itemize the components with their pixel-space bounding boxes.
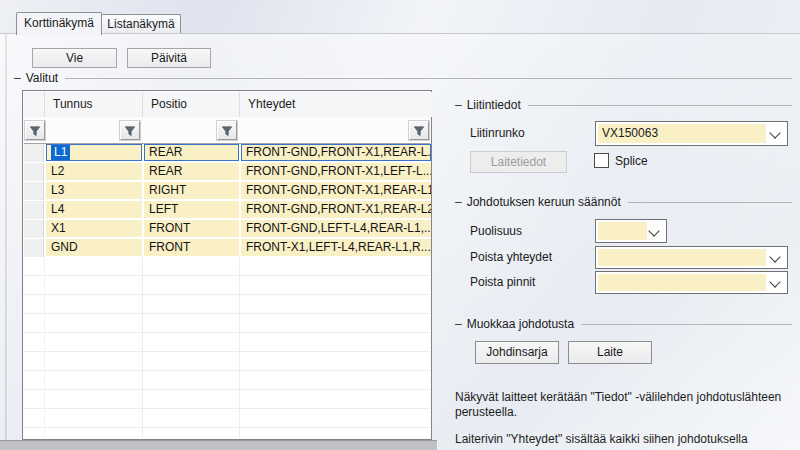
poista-pinnit-label: Poista pinnit: [470, 275, 535, 289]
cell-tunnus[interactable]: L3: [46, 182, 142, 199]
table-row[interactable]: L4 LEFT FRONT-GND,FRONT-X1,REAR-L2: [24, 201, 430, 220]
table-row[interactable]: GND FRONT FRONT-X1,LEFT-L4,REAR-L1,R...: [24, 239, 430, 258]
splice-checkbox[interactable]: [594, 153, 609, 168]
chevron-down-icon: [769, 251, 780, 262]
empty-grid-area: [24, 257, 430, 438]
liitinrunko-combobox[interactable]: VX150063: [595, 121, 788, 146]
filter-button-positio[interactable]: [217, 121, 237, 140]
laitetiedot-button[interactable]: Laitetiedot: [470, 151, 567, 173]
group-rule: [65, 78, 792, 79]
chevron-down-icon: [769, 276, 780, 287]
note-johdotuslahteet: Näkyvät laitteet kerätään "Tiedot" -väli…: [455, 390, 797, 420]
keruu-group-header: – Johdotuksen keruun säännöt: [455, 194, 792, 209]
table-row[interactable]: L1 REAR FRONT-GND,FRONT-X1,REAR-L...: [24, 144, 430, 163]
valitut-group-header: – Valitut: [14, 70, 792, 85]
puolisuus-value: [598, 222, 647, 240]
collapse-dash-icon: –: [455, 195, 462, 209]
group-rule: [581, 324, 792, 325]
table-header: Tunnus Positio Yhteydet: [24, 92, 430, 117]
puolisuus-combobox[interactable]: [595, 219, 667, 243]
horizontal-scrollbar-area[interactable]: [0, 440, 437, 450]
cell-positio[interactable]: FRONT: [144, 239, 239, 256]
funnel-icon: [124, 125, 136, 137]
group-rule: [528, 105, 792, 106]
poista-yhteydet-label: Poista yhteydet: [470, 250, 552, 264]
cell-positio[interactable]: REAR: [144, 163, 239, 180]
valitut-group-title: Valitut: [26, 71, 58, 85]
filter-row: [24, 117, 430, 144]
collapse-dash-icon: –: [14, 71, 21, 85]
note-yhteydet: Laiterivin "Yhteydet" sisältää kaikki si…: [455, 432, 800, 447]
collapse-dash-icon: –: [455, 98, 462, 112]
tab-listanakyma[interactable]: Listanäkymä: [101, 14, 181, 34]
cell-positio[interactable]: LEFT: [144, 201, 239, 218]
table-row[interactable]: L2 REAR FRONT-GND,FRONT-X1,LEFT-L...: [24, 163, 430, 182]
grid-line: [142, 257, 143, 438]
liitinrunko-value: VX150063: [598, 124, 766, 143]
funnel-icon: [413, 125, 425, 137]
collapse-dash-icon: –: [455, 317, 462, 331]
liitintiedot-group-header: – Liitintiedot: [455, 97, 792, 112]
cell-yhteydet[interactable]: FRONT-GND,FRONT-X1,REAR-L2: [241, 201, 431, 218]
filter-button-yhteydet[interactable]: [409, 121, 429, 140]
vie-button[interactable]: Vie: [32, 48, 117, 68]
table-row[interactable]: L3 RIGHT FRONT-GND,FRONT-X1,REAR-L1: [24, 182, 430, 201]
cell-tunnus[interactable]: GND: [46, 239, 142, 256]
chevron-down-icon: [648, 225, 659, 236]
filter-button-rowheader[interactable]: [25, 121, 45, 140]
muokkaa-group-title: Muokkaa johdotusta: [467, 317, 574, 331]
cell-tunnus[interactable]: L2: [46, 163, 142, 180]
grid-line: [239, 257, 240, 438]
cell-yhteydet[interactable]: FRONT-GND,FRONT-X1,LEFT-L...: [241, 163, 431, 180]
group-rule: [628, 202, 792, 203]
row-header-corner: [24, 92, 45, 117]
selected-cell-text: L1: [51, 145, 70, 160]
liitintiedot-group-title: Liitintiedot: [467, 98, 521, 112]
tab-label: Korttinäkymä: [24, 16, 94, 30]
poista-yhteydet-value: [598, 249, 766, 266]
johdinsarja-button[interactable]: Johdinsarja: [475, 341, 559, 364]
column-header-yhteydet[interactable]: Yhteydet: [240, 92, 432, 117]
poista-yhteydet-combobox[interactable]: [595, 246, 788, 269]
cell-positio[interactable]: FRONT: [144, 220, 239, 237]
puolisuus-label: Puolisuus: [470, 224, 522, 238]
row-selector[interactable]: [24, 220, 44, 238]
row-selector[interactable]: [24, 144, 44, 162]
funnel-icon: [221, 125, 233, 137]
cell-yhteydet[interactable]: FRONT-GND,FRONT-X1,REAR-L1: [241, 182, 431, 199]
app-window: Listanäkymä Korttinäkymä Vie Päivitä – V…: [0, 0, 800, 450]
liitinrunko-label: Liitinrunko: [470, 126, 525, 140]
cell-tunnus[interactable]: L1: [46, 144, 142, 161]
cell-tunnus[interactable]: X1: [46, 220, 142, 237]
funnel-icon: [29, 125, 41, 137]
tab-label: Listanäkymä: [107, 17, 174, 31]
chevron-down-icon: [769, 127, 780, 138]
tab-korttinakyma[interactable]: Korttinäkymä: [16, 12, 102, 35]
cell-yhteydet[interactable]: FRONT-X1,LEFT-L4,REAR-L1,R...: [241, 239, 431, 256]
row-selector[interactable]: [24, 201, 44, 219]
paivita-button[interactable]: Päivitä: [127, 48, 211, 68]
laite-button[interactable]: Laite: [568, 341, 652, 364]
keruu-group-title: Johdotuksen keruun säännöt: [467, 195, 621, 209]
muokkaa-group-header: – Muokkaa johdotusta: [455, 316, 792, 331]
filter-button-tunnus[interactable]: [120, 121, 140, 140]
cell-positio[interactable]: REAR: [144, 144, 239, 161]
grid-line: [44, 257, 45, 438]
poista-pinnit-value: [598, 274, 766, 291]
column-header-positio[interactable]: Positio: [143, 92, 240, 117]
cell-yhteydet[interactable]: FRONT-GND,FRONT-X1,REAR-L...: [241, 144, 431, 161]
column-header-tunnus[interactable]: Tunnus: [45, 92, 143, 117]
splice-label: Splice: [615, 154, 648, 168]
row-selector[interactable]: [24, 182, 44, 200]
row-selector[interactable]: [24, 239, 44, 257]
poista-pinnit-combobox[interactable]: [595, 271, 788, 294]
devices-table[interactable]: Tunnus Positio Yhteydet L1 REAR FRONT-GN…: [22, 90, 432, 440]
cell-tunnus[interactable]: L4: [46, 201, 142, 218]
cell-yhteydet[interactable]: FRONT-GND,LEFT-L4,REAR-L1,...: [241, 220, 431, 237]
cell-positio[interactable]: RIGHT: [144, 182, 239, 199]
row-selector[interactable]: [24, 163, 44, 181]
table-row[interactable]: X1 FRONT FRONT-GND,LEFT-L4,REAR-L1,...: [24, 220, 430, 239]
